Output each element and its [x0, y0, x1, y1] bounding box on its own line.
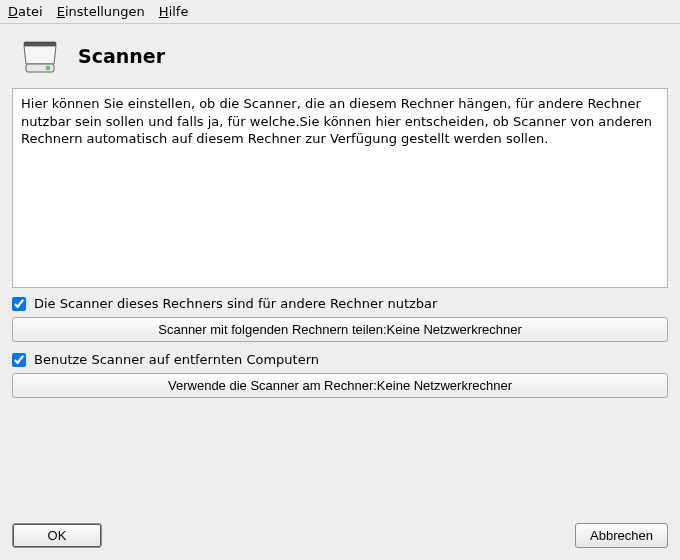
- description-text: Hier können Sie einstellen, ob die Scann…: [12, 88, 668, 288]
- dialog-button-bar: OK Abbrechen: [0, 515, 680, 560]
- use-remote-hosts-button[interactable]: Verwende die Scanner am Rechner:Keine Ne…: [12, 373, 668, 398]
- menu-file[interactable]: Datei: [8, 4, 43, 19]
- menubar: Datei Einstellungen Hilfe: [0, 0, 680, 24]
- menu-file-rest: atei: [18, 4, 43, 19]
- share-local-label: Die Scanner dieses Rechners sind für and…: [34, 296, 437, 311]
- page-title: Scanner: [78, 45, 165, 67]
- header: Scanner: [0, 24, 680, 88]
- scanner-icon: [18, 34, 62, 78]
- menu-settings[interactable]: Einstellungen: [57, 4, 145, 19]
- svg-point-2: [46, 66, 50, 70]
- use-remote-label: Benutze Scanner auf entfernten Computern: [34, 352, 319, 367]
- use-remote-checkbox[interactable]: [12, 353, 26, 367]
- share-with-hosts-button[interactable]: Scanner mit folgenden Rechnern teilen:Ke…: [12, 317, 668, 342]
- use-remote-row[interactable]: Benutze Scanner auf entfernten Computern: [12, 350, 668, 369]
- svg-rect-0: [24, 42, 56, 46]
- menu-help[interactable]: Hilfe: [159, 4, 189, 19]
- options-group: Die Scanner dieses Rechners sind für and…: [12, 294, 668, 406]
- ok-button[interactable]: OK: [12, 523, 102, 548]
- menu-settings-rest: instellungen: [65, 4, 145, 19]
- content-area: Hier können Sie einstellen, ob die Scann…: [0, 88, 680, 515]
- menu-help-rest: ilfe: [169, 4, 189, 19]
- share-local-row[interactable]: Die Scanner dieses Rechners sind für and…: [12, 294, 668, 313]
- share-local-checkbox[interactable]: [12, 297, 26, 311]
- cancel-button[interactable]: Abbrechen: [575, 523, 668, 548]
